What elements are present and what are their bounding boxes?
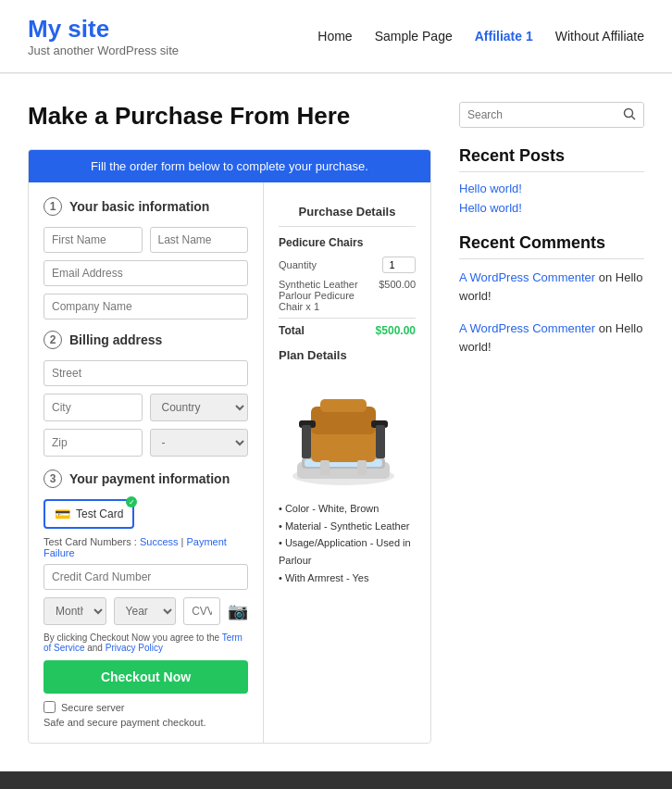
quantity-row: Quantity	[279, 257, 416, 273]
nav-without-affiliate[interactable]: Without Affiliate	[555, 29, 644, 44]
total-label: Total	[279, 324, 305, 337]
form-left: 1 Your basic information	[29, 182, 264, 743]
commenter-link-2[interactable]: A WordPress Commenter	[459, 321, 595, 335]
secure-row: Secure server	[44, 701, 248, 713]
expiry-row: Month Year 📷	[44, 597, 248, 625]
site-branding: My site Just another WordPress site	[28, 15, 179, 57]
feature-2: Material - Synthetic Leather	[279, 518, 416, 535]
city-input[interactable]	[44, 394, 143, 421]
search-icon	[623, 107, 636, 120]
recent-posts-title: Recent Posts	[459, 146, 644, 172]
company-row	[44, 294, 248, 319]
street-row	[44, 360, 248, 386]
main-nav: Home Sample Page Affiliate 1 Without Aff…	[317, 29, 644, 44]
card-btn-label: Test Card	[76, 507, 123, 520]
purchase-form-box: Fill the order form below to complete yo…	[28, 149, 431, 744]
company-input[interactable]	[44, 294, 248, 319]
name-row	[44, 227, 248, 253]
search-button[interactable]	[616, 103, 643, 127]
form-inner: 1 Your basic information	[29, 182, 430, 743]
site-header: My site Just another WordPress site Home…	[0, 0, 672, 73]
terms-text: By clicking Checkout Now you agree to th…	[44, 632, 248, 653]
zip-row: -	[44, 429, 248, 457]
site-tagline: Just another WordPress site	[28, 44, 179, 57]
post-link-2[interactable]: Hello world!	[459, 201, 644, 215]
section2-header: 2 Billing address	[44, 331, 248, 349]
item-price-row: Synthetic Leather Parlour Pedicure Chair…	[279, 279, 416, 312]
sidebar: Recent Posts Hello world! Hello world! R…	[459, 102, 644, 744]
country-select[interactable]: Country	[150, 394, 249, 421]
secure-checkbox[interactable]	[44, 701, 56, 713]
form-right: Purchase Details Pedicure Chairs Quantit…	[264, 182, 430, 743]
zip-extra-select[interactable]: -	[150, 429, 249, 457]
feature-1: Color - White, Brown	[279, 500, 416, 518]
card-icon: 💳	[55, 507, 70, 521]
feature-4: With Armrest - Yes	[279, 570, 416, 587]
cc-input[interactable]	[44, 564, 248, 590]
section2-label: Billing address	[69, 332, 162, 347]
site-name: My site	[28, 15, 179, 44]
svg-rect-12	[376, 425, 385, 458]
section3-header: 3 Your payment information	[44, 470, 248, 488]
main-container: Make a Purchase From Here Fill the order…	[0, 74, 672, 771]
form-banner: Fill the order form below to complete yo…	[29, 150, 430, 182]
plan-title: Plan Details	[279, 348, 416, 362]
chair-image	[279, 369, 416, 493]
quantity-label: Quantity	[279, 259, 317, 270]
content-area: Make a Purchase From Here Fill the order…	[28, 102, 431, 744]
privacy-link[interactable]: Privacy Policy	[106, 643, 163, 653]
secure-label: Secure server	[61, 702, 124, 713]
cvv-input[interactable]	[183, 597, 220, 625]
recent-comments-title: Recent Comments	[459, 233, 644, 259]
purchase-title: Purchase Details	[279, 197, 416, 227]
section3-num: 3	[44, 470, 62, 488]
section3-label: Your payment information	[69, 471, 230, 486]
test-card-btn[interactable]: 💳 Test Card ✓	[44, 499, 134, 529]
card-check-icon: ✓	[126, 496, 137, 507]
total-row: Total $500.00	[279, 318, 416, 337]
comment-2: A WordPress Commenter on Hello world!	[459, 319, 644, 356]
last-name-input[interactable]	[150, 227, 249, 253]
svg-rect-10	[357, 460, 367, 475]
total-amount: $500.00	[376, 324, 416, 337]
month-select[interactable]: Month	[44, 597, 106, 625]
item-label: Synthetic Leather Parlour Pedicure Chair…	[279, 279, 379, 312]
comment-1: A WordPress Commenter on Hello world!	[459, 269, 644, 305]
svg-line-14	[632, 116, 636, 119]
nav-affiliate1[interactable]: Affiliate 1	[475, 29, 533, 44]
street-input[interactable]	[44, 360, 248, 386]
nav-sample-page[interactable]: Sample Page	[375, 29, 453, 44]
svg-rect-8	[320, 399, 367, 412]
search-box	[459, 102, 644, 128]
city-country-row: Country	[44, 394, 248, 421]
test-card-info: Test Card Numbers : Success | Payment Fa…	[44, 536, 248, 558]
email-row	[44, 260, 248, 286]
footer-widgets: Colorway Theme Footer is widgetized. To …	[0, 771, 672, 789]
email-input[interactable]	[44, 260, 248, 286]
svg-rect-9	[320, 460, 330, 475]
recent-comments-section: Recent Comments A WordPress Commenter on…	[459, 233, 644, 356]
success-link[interactable]: Success	[140, 536, 179, 547]
recent-posts-section: Recent Posts Hello world! Hello world!	[459, 146, 644, 215]
feature-3: Usage/Application - Used in Parlour	[279, 534, 416, 569]
section1-header: 1 Your basic information	[44, 197, 248, 216]
section1-label: Your basic information	[69, 199, 209, 214]
quantity-input[interactable]	[382, 257, 416, 273]
first-name-input[interactable]	[44, 227, 143, 253]
post-link-1[interactable]: Hello world!	[459, 182, 644, 195]
section1-num: 1	[44, 197, 62, 216]
svg-rect-11	[302, 425, 311, 458]
checkout-button[interactable]: Checkout Now	[44, 660, 248, 694]
page-title: Make a Purchase From Here	[28, 102, 431, 131]
year-select[interactable]: Year	[114, 597, 177, 625]
search-input[interactable]	[460, 103, 616, 127]
plan-features: Color - White, Brown Material - Syntheti…	[279, 500, 416, 586]
cvv-icon: 📷	[228, 601, 248, 621]
commenter-link-1[interactable]: A WordPress Commenter	[459, 270, 595, 284]
item-price: $500.00	[379, 279, 416, 312]
section2-num: 2	[44, 331, 62, 349]
secure-text: Safe and secure payment checkout.	[44, 717, 248, 728]
cc-row	[44, 564, 248, 590]
zip-input[interactable]	[44, 429, 143, 457]
nav-home[interactable]: Home	[317, 29, 352, 44]
